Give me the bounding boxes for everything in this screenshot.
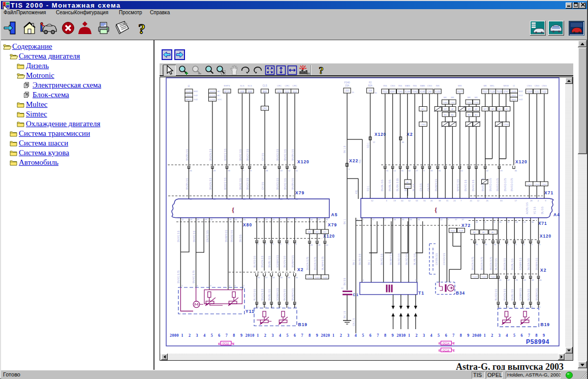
svg-text:28: 28 (210, 218, 212, 221)
svg-text:E: E (453, 342, 455, 345)
svg-text:19: 19 (393, 199, 396, 202)
svg-text:T043: T043 (472, 276, 477, 278)
svg-text:BN/WH 0.5: BN/WH 0.5 (292, 288, 294, 301)
svg-text:BN/YE 0.75: BN/YE 0.75 (177, 271, 180, 283)
svg-text:CNG: CNG (421, 123, 426, 126)
svg-text:X150: X150 (435, 91, 441, 93)
svg-text:T041: T041 (397, 91, 403, 93)
svg-text:BN/GN 0.5: BN/GN 0.5 (504, 288, 506, 301)
svg-text:14: 14 (393, 169, 396, 172)
svg-text:BN/BN 0.5: BN/BN 0.5 (292, 149, 294, 161)
svg-text:BN/YE 0.75: BN/YE 0.75 (193, 271, 195, 283)
svg-text:X22: X22 (349, 158, 358, 163)
svg-text:58: 58 (205, 218, 207, 221)
svg-text:2: 2 (264, 333, 266, 338)
svg-text:7: 7 (528, 333, 530, 338)
svg-text:5: 5 (438, 333, 440, 338)
svg-text:SLS: SLS (240, 84, 244, 87)
svg-text:OC12: OC12 (223, 342, 229, 345)
svg-text:43: 43 (318, 244, 321, 246)
svg-text:T010: T010 (467, 101, 472, 104)
svg-text:32: 32 (408, 169, 411, 172)
svg-text:BK 1: BK 1 (353, 259, 355, 265)
svg-text:{: { (435, 206, 437, 214)
svg-text:34: 34 (418, 218, 420, 221)
svg-text:T116: T116 (474, 101, 479, 104)
svg-text:CNG: CNG (427, 84, 432, 87)
svg-text:31: 31 (446, 199, 449, 202)
svg-text:52: 52 (371, 199, 374, 202)
svg-text:9: 9 (240, 333, 242, 338)
svg-text:7: 7 (301, 333, 303, 338)
svg-text:BN/BU 0.5: BN/BU 0.5 (268, 256, 271, 268)
svg-text:WH/YE 0.5: WH/YE 0.5 (224, 149, 227, 161)
svg-text:7: 7 (452, 333, 454, 338)
svg-text:I2: I2 (513, 84, 515, 87)
svg-text:A4: A4 (553, 212, 560, 217)
svg-text:BN/RD 0.5: BN/RD 0.5 (276, 149, 279, 161)
svg-text:MAN: MAN (405, 84, 410, 87)
svg-text:BN/GY 0.5: BN/GY 0.5 (246, 149, 249, 161)
svg-text:INS: INS (413, 84, 417, 87)
svg-text:11: 11 (296, 169, 298, 172)
svg-text:42: 42 (460, 169, 463, 172)
svg-text:12: 12 (341, 287, 344, 289)
svg-text:X72: X72 (461, 223, 471, 228)
svg-text:MT: MT (444, 108, 447, 110)
svg-text:4501: 4501 (187, 94, 192, 97)
svg-text:35: 35 (401, 169, 404, 172)
svg-text:AC: AC (468, 113, 471, 116)
svg-text:CNG: CNG (542, 84, 547, 87)
svg-text:AO/BU 0.5: AO/BU 0.5 (526, 202, 529, 214)
svg-text:AC: AC (406, 181, 409, 184)
svg-text:15: 15 (386, 169, 388, 172)
svg-text:6: 6 (294, 333, 296, 338)
svg-text:C205: C205 (210, 98, 215, 101)
svg-text:BK 1.5: BK 1.5 (344, 145, 346, 153)
svg-text:BK/BK 0.5: BK/BK 0.5 (359, 254, 361, 265)
svg-text:BN 0.5: BN 0.5 (239, 235, 242, 242)
svg-text:F2: F2 (369, 81, 372, 84)
svg-text:AC: AC (475, 113, 478, 116)
svg-text:OC16: OC16 (443, 349, 449, 352)
svg-text:37: 37 (507, 221, 510, 223)
svg-text:5: 5 (287, 333, 289, 338)
svg-text:X120: X120 (375, 132, 386, 137)
svg-text:GY 0.5: GY 0.5 (262, 153, 264, 161)
svg-text:431: 431 (359, 159, 361, 163)
svg-text:MK: MK (468, 96, 471, 99)
svg-text:T012: T012 (382, 91, 388, 93)
svg-text:T043: T043 (307, 276, 312, 279)
svg-text:4601: 4601 (511, 94, 516, 97)
svg-text:CRC: CRC (292, 84, 297, 87)
svg-text:CRC: CRC (277, 84, 282, 87)
svg-text:12: 12 (477, 199, 480, 202)
svg-text:8: 8 (233, 333, 235, 338)
svg-text:S09: S09 (247, 91, 252, 93)
svg-text:BK/GN 0.5: BK/GN 0.5 (284, 256, 286, 268)
svg-text:12: 12 (373, 141, 376, 143)
svg-text:56: 56 (295, 276, 298, 279)
svg-text:9: 9 (543, 333, 545, 338)
svg-text:CNG: CNG (504, 123, 509, 126)
svg-text:AC: AC (506, 108, 509, 110)
svg-text:B801: B801 (186, 98, 192, 101)
svg-text:BU/BK 0.35: BU/BK 0.35 (396, 179, 399, 191)
svg-text:BN/WH 0.5: BN/WH 0.5 (225, 230, 228, 242)
svg-text:17: 17 (515, 199, 517, 202)
svg-text:CNG: CNG (390, 84, 395, 87)
svg-text:T029: T029 (497, 91, 502, 93)
svg-text:T08U: T08U (443, 101, 448, 104)
svg-text:INS: INS (398, 84, 402, 87)
svg-text:S11: S11 (285, 91, 289, 93)
svg-text:MK: MK (444, 96, 447, 99)
svg-text:45: 45 (476, 243, 478, 246)
svg-text:AT: AT (475, 108, 478, 110)
svg-text:78: 78 (515, 279, 518, 281)
svg-text:Y11: Y11 (245, 309, 255, 314)
svg-text:S62R: S62R (210, 90, 215, 93)
svg-text:5: 5 (211, 333, 213, 338)
svg-text:BN/WH 0.5: BN/WH 0.5 (435, 179, 438, 191)
svg-text:30: 30 (375, 92, 377, 94)
svg-text:SDC: SDC (218, 98, 222, 101)
